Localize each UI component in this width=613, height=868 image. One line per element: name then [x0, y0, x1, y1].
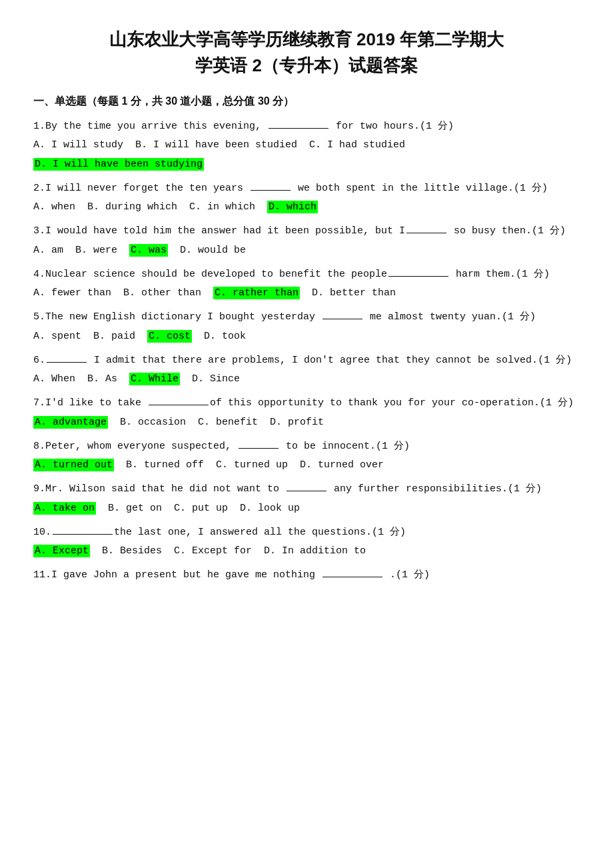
question-2: 2.I will never forget the ten years we b… — [33, 180, 580, 217]
section1-header: 一、单选题（每题 1 分，共 30 道小题，总分值 30 分） — [33, 95, 580, 109]
q10-options: A. Except B. Besides C. Except for D. In… — [33, 543, 580, 560]
q9-options: A. take on B. get on C. put up D. look u… — [33, 500, 580, 517]
q2-text: 2.I will never forget the ten years we b… — [33, 180, 580, 197]
question-6: 6. I admit that there are problems, I do… — [33, 352, 580, 389]
question-8: 8.Peter, whom everyone suspected, to be … — [33, 438, 580, 475]
q6-text: 6. I admit that there are problems, I do… — [33, 352, 580, 369]
q3-options: A. am B. were C. was D. would be — [33, 242, 580, 259]
q8-text: 8.Peter, whom everyone suspected, to be … — [33, 438, 580, 455]
q5-text: 5.The new English dictionary I bought ye… — [33, 309, 580, 326]
q11-text: 11.I gave John a present but he gave me … — [33, 567, 580, 584]
q10-text: 10.the last one, I answered all the ques… — [33, 524, 580, 541]
q8-options: A. turned out B. turned off C. turned up… — [33, 457, 580, 474]
question-4: 4.Nuclear science should be developed to… — [33, 266, 580, 303]
question-3: 3.I would have told him the answer had i… — [33, 223, 580, 259]
q5-options: A. spent B. paid C. cost D. took — [33, 328, 580, 345]
q6-options: A. When B. As C. While D. Since — [33, 371, 580, 388]
question-10: 10.the last one, I answered all the ques… — [33, 524, 580, 561]
question-7: 7.I'd like to take of this opportunity t… — [33, 395, 580, 431]
question-1: 1.By the time you arrive this evening, f… — [33, 118, 580, 173]
q4-options: A. fewer than B. other than C. rather th… — [33, 285, 580, 302]
q2-options: A. when B. during which C. in which D. w… — [33, 199, 580, 216]
page-title: 山东农业大学高等学历继续教育 2019 年第二学期大 学英语 2（专升本）试题答… — [33, 27, 580, 79]
question-9: 9.Mr. Wilson said that he did not want t… — [33, 481, 580, 517]
question-5: 5.The new English dictionary I bought ye… — [33, 309, 580, 345]
q9-text: 9.Mr. Wilson said that he did not want t… — [33, 481, 580, 498]
question-11: 11.I gave John a present but he gave me … — [33, 567, 580, 584]
q3-text: 3.I would have told him the answer had i… — [33, 223, 580, 240]
q1-answer: D. I will have been studying — [33, 156, 580, 173]
q1-text: 1.By the time you arrive this evening, f… — [33, 118, 580, 135]
q1-options: A. I will study B. I will have been stud… — [33, 137, 580, 154]
q4-text: 4.Nuclear science should be developed to… — [33, 266, 580, 283]
q7-options: A. advantage B. occasion C. benefit D. p… — [33, 414, 580, 431]
q7-text: 7.I'd like to take of this opportunity t… — [33, 395, 580, 412]
